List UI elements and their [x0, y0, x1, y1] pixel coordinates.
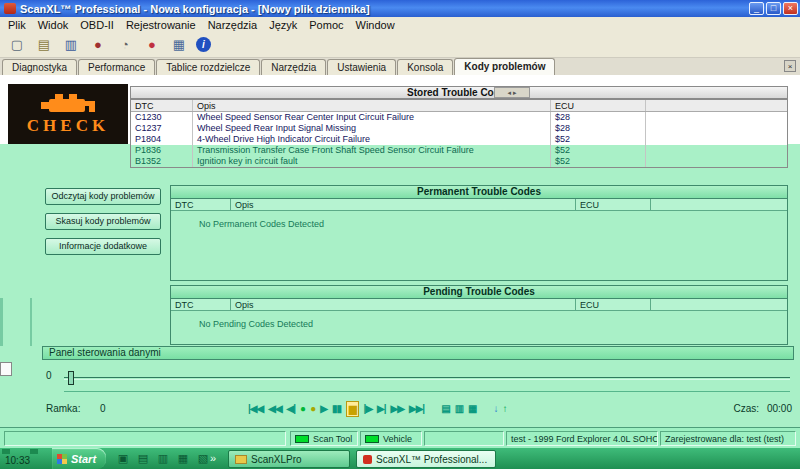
- cell-blank: [646, 145, 787, 156]
- tab-ustawienia[interactable]: Ustawienia: [327, 59, 396, 75]
- data-control-panel-title: Panel sterowania danymi: [42, 346, 794, 360]
- menu-item-narzedzia[interactable]: Narzędzia: [202, 19, 264, 31]
- column-header-dtc[interactable]: DTC: [131, 100, 193, 111]
- cell-ecu: $28: [551, 123, 646, 134]
- menu-item-widok[interactable]: Widok: [32, 19, 75, 31]
- close-button[interactable]: ×: [783, 2, 798, 15]
- menu-item-window[interactable]: Window: [350, 19, 401, 31]
- status-segment-empty: [424, 431, 504, 446]
- time-value: 00:00: [767, 403, 792, 414]
- quick-launch-icon[interactable]: ▧: [196, 451, 210, 465]
- table-row[interactable]: C1237 Wheel Speed Rear Input Signal Miss…: [131, 123, 787, 134]
- column-header-opis[interactable]: Opis: [193, 100, 551, 111]
- status-vehicle-info: test - 1999 Ford Explorer 4.0L SOHC: [506, 431, 658, 446]
- menu-item-pomoc[interactable]: Pomoc: [303, 19, 349, 31]
- scanxl-app-icon: [363, 455, 372, 464]
- permanent-empty-message: No Permanent Codes Detected: [171, 211, 787, 229]
- title-bar[interactable]: ScanXL™ Professional - Nowa konfiguracja…: [0, 0, 800, 17]
- taskbar-artifact-icon: [30, 449, 38, 454]
- fast-forward-icon[interactable]: ▶▶: [391, 402, 404, 416]
- jump-to-start-icon[interactable]: |◀◀: [248, 402, 263, 416]
- connect-icon[interactable]: ●: [88, 35, 108, 55]
- new-file-icon[interactable]: ▢: [7, 35, 27, 55]
- upload-icon[interactable]: ↑: [503, 402, 507, 416]
- open-file-icon[interactable]: ▥: [455, 402, 463, 416]
- menu-item-jezyk[interactable]: Język: [263, 19, 303, 31]
- app-icon: [4, 3, 16, 14]
- column-header-ecu[interactable]: ECU: [551, 100, 646, 111]
- scrollbar-artifact[interactable]: ◂ ▸: [494, 87, 530, 98]
- info-icon[interactable]: i: [196, 37, 211, 52]
- tab-performance[interactable]: Performance: [78, 59, 155, 75]
- table-row[interactable]: P1836 Transmission Transfer Case Front S…: [131, 145, 787, 156]
- tab-tablice-rozdzielcze[interactable]: Tablice rozdzielcze: [156, 59, 260, 75]
- quick-launch-icon[interactable]: ▥: [156, 451, 170, 465]
- column-header-opis[interactable]: Opis: [231, 199, 576, 210]
- column-header-opis[interactable]: Opis: [231, 299, 576, 310]
- additional-info-button[interactable]: Informacje dodatkowe: [45, 238, 161, 255]
- spin-box-artifact[interactable]: [0, 362, 12, 376]
- clear-codes-button[interactable]: Skasuj kody problemów: [45, 213, 161, 230]
- column-header-ecu[interactable]: ECU: [576, 299, 651, 310]
- table-header-row: DTC Opis ECU: [171, 299, 787, 311]
- read-codes-button[interactable]: Odczytaj kody problemów: [45, 188, 161, 205]
- fast-rewind-icon[interactable]: ◀◀: [268, 402, 281, 416]
- frame-slider-track[interactable]: [64, 377, 790, 380]
- tab-konsola[interactable]: Konsola: [397, 59, 453, 75]
- task-button-scanxlpro-folder[interactable]: ScanXLPro: [228, 450, 350, 468]
- gauge-icon[interactable]: ◔: [115, 35, 135, 55]
- tab-diagnostyka[interactable]: Diagnostyka: [2, 59, 77, 75]
- step-back-icon[interactable]: ◀|: [287, 402, 296, 416]
- cell-ecu: $28: [551, 112, 646, 123]
- start-button[interactable]: Start: [52, 448, 106, 469]
- column-header-ecu[interactable]: ECU: [576, 199, 651, 210]
- tab-kody-problemow[interactable]: Kody problemów: [454, 58, 555, 75]
- maximize-button[interactable]: □: [766, 2, 781, 15]
- table-row[interactable]: P1804 4-Wheel Drive High Indicator Circu…: [131, 134, 787, 145]
- minimize-button[interactable]: _: [749, 2, 764, 15]
- table-row[interactable]: B1352 Ignition key in circuit fault $52: [131, 156, 787, 167]
- table-row[interactable]: C1230 Wheel Speed Sensor Rear Center Inp…: [131, 112, 787, 123]
- check-engine-panel: CHECK: [8, 84, 128, 144]
- windows-flag-icon: [57, 454, 67, 464]
- window-edge-artifact: [30, 298, 32, 346]
- quick-launch-icon[interactable]: ▣: [116, 451, 130, 465]
- next-frame-icon[interactable]: ▶|: [377, 402, 386, 416]
- open-log-folder-icon[interactable]: ▆: [346, 401, 359, 417]
- record-dot-icon[interactable]: ●: [300, 402, 305, 416]
- check-engine-icon: [39, 93, 97, 115]
- column-header-dtc[interactable]: DTC: [171, 299, 231, 310]
- playback-controls: |◀◀ ◀◀ ◀| ● ● ▶ ▮▮ ▆ |▶ ▶| ▶▶ ▶▶| ▤ ▥ ▦ …: [248, 401, 507, 417]
- save-icon[interactable]: ▥: [61, 35, 81, 55]
- menu-item-rejestrowanie[interactable]: Rejestrowanie: [120, 19, 202, 31]
- new-log-icon[interactable]: ▤: [441, 402, 449, 416]
- tab-close-icon[interactable]: ×: [784, 60, 796, 72]
- menu-item-obd-ii[interactable]: OBD-II: [74, 19, 120, 31]
- cell-dtc: B1352: [131, 156, 193, 167]
- cell-blank: [646, 123, 787, 134]
- chevron-overflow-icon[interactable]: »: [210, 452, 216, 464]
- play-icon[interactable]: ▶: [320, 402, 327, 416]
- pause-icon[interactable]: ▮▮: [332, 402, 341, 416]
- column-header-dtc[interactable]: DTC: [171, 199, 231, 210]
- cell-dtc: C1230: [131, 112, 193, 123]
- download-icon[interactable]: ↓: [494, 402, 498, 416]
- tab-narzedzia[interactable]: Narzędzia: [261, 59, 326, 75]
- time-label: Czas:: [733, 403, 759, 414]
- table-header-row: DTC Opis ECU: [171, 199, 787, 211]
- quick-launch-icon[interactable]: ▤: [136, 451, 150, 465]
- menu-item-plik[interactable]: Plik: [2, 19, 32, 31]
- time-display: Czas: 00:00: [733, 403, 792, 414]
- jump-to-end-icon[interactable]: ▶▶|: [409, 402, 424, 416]
- save-log-icon[interactable]: ▦: [468, 402, 476, 416]
- cell-opis: Ignition key in circuit fault: [193, 156, 551, 167]
- marker-dot-icon[interactable]: ●: [310, 402, 315, 416]
- frame-slider-handle[interactable]: [68, 371, 74, 385]
- dashboard-icon[interactable]: ▦: [169, 35, 189, 55]
- record-icon[interactable]: ●: [142, 35, 162, 55]
- quick-launch-icon[interactable]: ▦: [176, 451, 190, 465]
- step-forward-icon[interactable]: |▶: [364, 402, 373, 416]
- task-button-scanxl-app[interactable]: ScanXL™ Professional...: [356, 450, 496, 468]
- open-folder-icon[interactable]: ▤: [34, 35, 54, 55]
- scanxl-window: ScanXL™ Professional - Nowa konfiguracja…: [0, 0, 800, 469]
